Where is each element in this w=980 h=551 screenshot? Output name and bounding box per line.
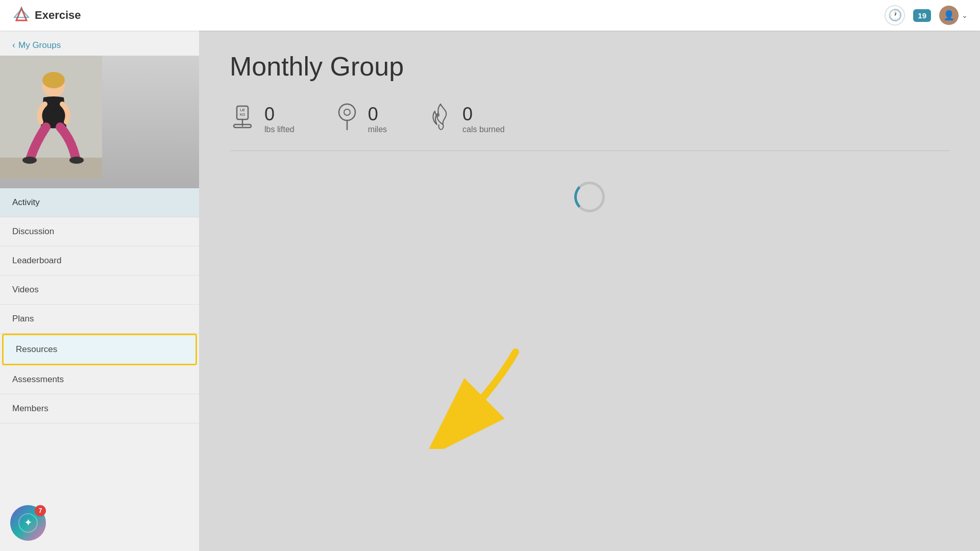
sidebar-item-assessments[interactable]: Assessments — [0, 365, 199, 394]
sidebar-item-resources-label: Resources — [16, 344, 57, 354]
sidebar-item-activity-label: Activity — [12, 197, 40, 207]
helper-badge: 7 — [35, 505, 46, 516]
clock-icon[interactable]: 🕐 — [885, 5, 905, 26]
stats-row: LB KG 0 lbs lifted — [230, 102, 949, 151]
logo-area[interactable]: Exercise — [12, 6, 81, 24]
logo-icon — [12, 6, 31, 24]
notification-badge[interactable]: 19 — [913, 9, 931, 22]
sidebar-item-discussion[interactable]: Discussion — [0, 217, 199, 246]
svg-point-5 — [42, 72, 65, 88]
sidebar-item-plans-label: Plans — [12, 314, 34, 323]
app-title: Exercise — [35, 9, 81, 22]
svg-rect-3 — [0, 158, 102, 178]
sidebar: ‹ My Groups — [0, 31, 199, 551]
svg-marker-1 — [14, 9, 29, 17]
stat-cals-values: 0 cals burned — [462, 104, 505, 134]
sidebar-item-videos-label: Videos — [12, 285, 39, 294]
pin-icon — [335, 102, 359, 135]
sidebar-item-leaderboard[interactable]: Leaderboard — [0, 246, 199, 276]
user-avatar: 👤 — [939, 6, 959, 25]
loading-spinner — [574, 182, 605, 212]
back-label: My Groups — [18, 40, 61, 51]
svg-marker-0 — [16, 8, 27, 20]
loading-area — [230, 182, 949, 212]
sidebar-item-assessments-label: Assessments — [12, 374, 64, 384]
person-image — [0, 56, 102, 178]
sidebar-nav: Activity Discussion Leaderboard Videos P… — [0, 188, 199, 423]
sidebar-item-resources[interactable]: Resources — [2, 334, 197, 365]
sidebar-item-discussion-label: Discussion — [12, 227, 54, 236]
group-title: Monthly Group — [230, 51, 949, 82]
group-image — [0, 56, 199, 188]
stat-cals-label: cals burned — [462, 125, 505, 134]
chevron-down-icon: ⌄ — [962, 11, 968, 19]
stat-miles-label: miles — [368, 125, 387, 134]
back-link[interactable]: ‹ My Groups — [0, 31, 199, 56]
user-avatar-wrap[interactable]: 👤 ⌄ — [939, 6, 968, 25]
svg-text:✦: ✦ — [24, 517, 33, 528]
stat-lbs-number: 0 — [264, 104, 295, 125]
svg-point-7 — [69, 157, 84, 164]
main-content: Monthly Group LB KG 0 lbs lifted — [199, 31, 980, 551]
stat-lbs-lifted: LB KG 0 lbs lifted — [230, 102, 295, 135]
stat-lbs-values: 0 lbs lifted — [264, 104, 295, 134]
annotation-arrow — [413, 347, 526, 449]
svg-text:LB: LB — [240, 108, 244, 112]
nav-right: 🕐 19 👤 ⌄ — [885, 5, 968, 26]
svg-point-13 — [344, 109, 350, 115]
floating-helper[interactable]: ✦ 7 — [10, 505, 46, 541]
stat-lbs-label: lbs lifted — [264, 125, 295, 134]
stat-miles: 0 miles — [335, 102, 387, 135]
sidebar-item-activity[interactable]: Activity — [0, 188, 199, 217]
flame-icon — [428, 102, 453, 135]
top-nav: Exercise 🕐 19 👤 ⌄ — [0, 0, 980, 31]
stat-miles-number: 0 — [368, 104, 387, 125]
sidebar-item-videos[interactable]: Videos — [0, 276, 199, 305]
svg-point-6 — [22, 157, 37, 164]
sidebar-item-members-label: Members — [12, 404, 48, 413]
main-layout: ‹ My Groups — [0, 31, 980, 551]
svg-point-12 — [339, 104, 355, 120]
helper-icon: ✦ 7 — [10, 505, 46, 541]
stat-cals-number: 0 — [462, 104, 505, 125]
sidebar-item-members[interactable]: Members — [0, 394, 199, 423]
svg-text:KG: KG — [240, 113, 246, 116]
sidebar-item-plans[interactable]: Plans — [0, 305, 199, 334]
sidebar-item-leaderboard-label: Leaderboard — [12, 256, 61, 265]
weight-icon: LB KG — [230, 102, 255, 135]
stat-cals: 0 cals burned — [428, 102, 505, 135]
chevron-left-icon: ‹ — [12, 40, 15, 51]
stat-miles-values: 0 miles — [368, 104, 387, 134]
